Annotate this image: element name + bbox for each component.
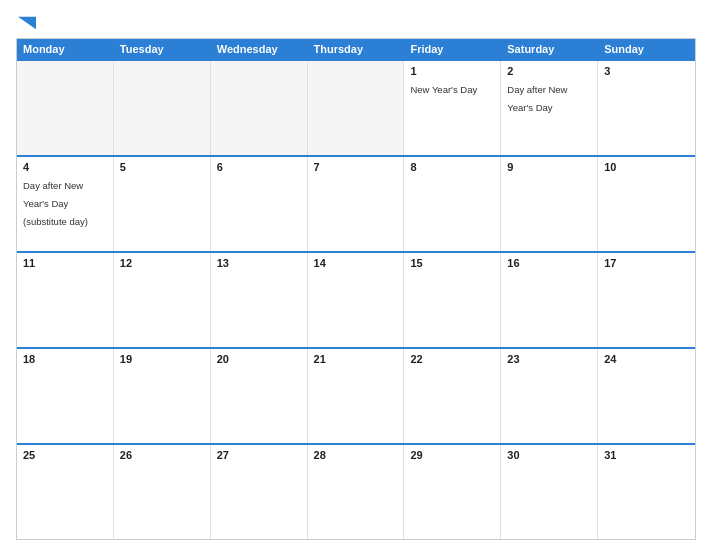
- cal-cell-4-6: 23: [501, 349, 598, 443]
- cal-cell-2-5: 8: [404, 157, 501, 251]
- day-number: 29: [410, 449, 494, 461]
- day-number: 31: [604, 449, 689, 461]
- cal-cell-3-2: 12: [114, 253, 211, 347]
- day-event: Day after New Year's Day: [507, 84, 567, 113]
- day-number: 25: [23, 449, 107, 461]
- cal-cell-2-3: 6: [211, 157, 308, 251]
- col-saturday: Saturday: [501, 39, 598, 59]
- cal-cell-2-2: 5: [114, 157, 211, 251]
- calendar: Monday Tuesday Wednesday Thursday Friday…: [16, 38, 696, 540]
- cal-cell-3-7: 17: [598, 253, 695, 347]
- cal-cell-1-1: [17, 61, 114, 155]
- day-number: 6: [217, 161, 301, 173]
- cal-cell-1-3: [211, 61, 308, 155]
- cal-cell-1-6: 2Day after New Year's Day: [501, 61, 598, 155]
- day-number: 17: [604, 257, 689, 269]
- cal-cell-4-2: 19: [114, 349, 211, 443]
- cal-cell-3-1: 11: [17, 253, 114, 347]
- svg-marker-0: [18, 17, 36, 29]
- day-number: 24: [604, 353, 689, 365]
- week-row-1: 1New Year's Day2Day after New Year's Day…: [17, 59, 695, 155]
- cal-cell-4-5: 22: [404, 349, 501, 443]
- cal-cell-5-3: 27: [211, 445, 308, 539]
- calendar-header: Monday Tuesday Wednesday Thursday Friday…: [17, 39, 695, 59]
- col-friday: Friday: [404, 39, 501, 59]
- day-number: 8: [410, 161, 494, 173]
- col-sunday: Sunday: [598, 39, 695, 59]
- day-number: 13: [217, 257, 301, 269]
- cal-cell-3-4: 14: [308, 253, 405, 347]
- day-number: 22: [410, 353, 494, 365]
- day-number: 14: [314, 257, 398, 269]
- day-number: 2: [507, 65, 591, 77]
- cal-cell-2-6: 9: [501, 157, 598, 251]
- day-number: 7: [314, 161, 398, 173]
- week-row-2: 4Day after New Year's Day (substitute da…: [17, 155, 695, 251]
- calendar-body: 1New Year's Day2Day after New Year's Day…: [17, 59, 695, 539]
- day-number: 5: [120, 161, 204, 173]
- cal-cell-4-7: 24: [598, 349, 695, 443]
- week-row-3: 11121314151617: [17, 251, 695, 347]
- day-number: 21: [314, 353, 398, 365]
- cal-cell-3-6: 16: [501, 253, 598, 347]
- cal-cell-2-7: 10: [598, 157, 695, 251]
- day-event: Day after New Year's Day (substitute day…: [23, 180, 88, 227]
- cal-cell-2-4: 7: [308, 157, 405, 251]
- day-number: 15: [410, 257, 494, 269]
- day-number: 3: [604, 65, 689, 77]
- day-number: 27: [217, 449, 301, 461]
- day-number: 30: [507, 449, 591, 461]
- col-tuesday: Tuesday: [114, 39, 211, 59]
- logo-icon: [18, 14, 36, 32]
- day-number: 20: [217, 353, 301, 365]
- week-row-5: 25262728293031: [17, 443, 695, 539]
- day-number: 26: [120, 449, 204, 461]
- day-number: 23: [507, 353, 591, 365]
- cal-cell-5-1: 25: [17, 445, 114, 539]
- cal-cell-5-2: 26: [114, 445, 211, 539]
- day-number: 1: [410, 65, 494, 77]
- col-wednesday: Wednesday: [211, 39, 308, 59]
- day-number: 11: [23, 257, 107, 269]
- day-number: 12: [120, 257, 204, 269]
- day-number: 16: [507, 257, 591, 269]
- header: [16, 14, 696, 32]
- day-number: 19: [120, 353, 204, 365]
- page: Monday Tuesday Wednesday Thursday Friday…: [0, 0, 712, 550]
- cal-cell-5-5: 29: [404, 445, 501, 539]
- day-number: 4: [23, 161, 107, 173]
- day-event: New Year's Day: [410, 84, 477, 95]
- cal-cell-5-6: 30: [501, 445, 598, 539]
- col-monday: Monday: [17, 39, 114, 59]
- logo: [16, 14, 36, 32]
- cal-cell-3-3: 13: [211, 253, 308, 347]
- cal-cell-5-7: 31: [598, 445, 695, 539]
- cal-cell-2-1: 4Day after New Year's Day (substitute da…: [17, 157, 114, 251]
- cal-cell-1-4: [308, 61, 405, 155]
- cal-cell-4-4: 21: [308, 349, 405, 443]
- cal-cell-1-7: 3: [598, 61, 695, 155]
- week-row-4: 18192021222324: [17, 347, 695, 443]
- day-number: 10: [604, 161, 689, 173]
- day-number: 18: [23, 353, 107, 365]
- cal-cell-1-2: [114, 61, 211, 155]
- cal-cell-4-3: 20: [211, 349, 308, 443]
- cal-cell-5-4: 28: [308, 445, 405, 539]
- cal-cell-3-5: 15: [404, 253, 501, 347]
- cal-cell-1-5: 1New Year's Day: [404, 61, 501, 155]
- col-thursday: Thursday: [308, 39, 405, 59]
- cal-cell-4-1: 18: [17, 349, 114, 443]
- day-number: 28: [314, 449, 398, 461]
- day-number: 9: [507, 161, 591, 173]
